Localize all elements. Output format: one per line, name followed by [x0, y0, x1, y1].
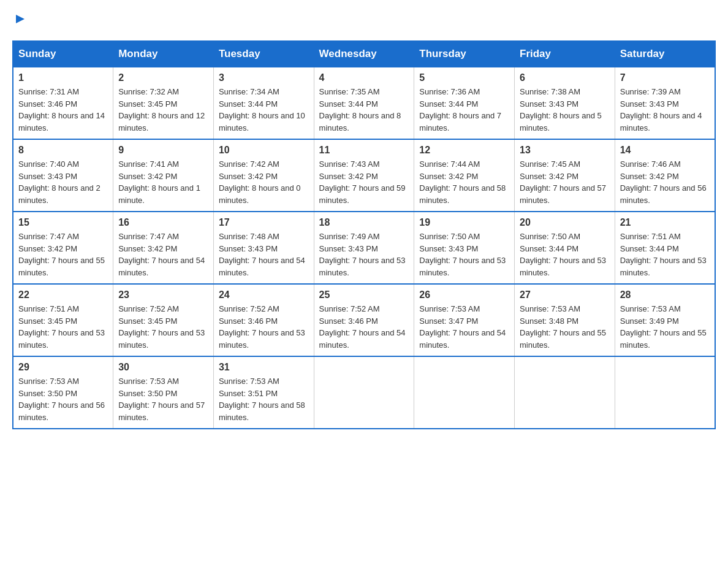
day-number: 24 — [219, 289, 309, 301]
day-number: 21 — [620, 217, 710, 228]
calendar-cell: 4 Sunrise: 7:35 AM Sunset: 3:44 PM Dayli… — [314, 67, 414, 139]
calendar-cell: 31 Sunrise: 7:53 AM Sunset: 3:51 PM Dayl… — [213, 356, 314, 429]
day-number: 25 — [319, 289, 409, 301]
day-info: Sunrise: 7:47 AM Sunset: 3:42 PM Dayligh… — [118, 231, 208, 278]
day-info: Sunrise: 7:42 AM Sunset: 3:42 PM Dayligh… — [219, 158, 309, 206]
calendar-cell: 5 Sunrise: 7:36 AM Sunset: 3:44 PM Dayli… — [414, 67, 515, 139]
page-header — [12, 12, 716, 28]
logo — [12, 12, 27, 28]
weekday-header-sunday: Sunday — [13, 41, 113, 67]
day-number: 22 — [18, 289, 108, 301]
day-info: Sunrise: 7:53 AM Sunset: 3:48 PM Dayligh… — [520, 303, 610, 351]
calendar-cell: 29 Sunrise: 7:53 AM Sunset: 3:50 PM Dayl… — [13, 356, 113, 429]
day-info: Sunrise: 7:48 AM Sunset: 3:43 PM Dayligh… — [219, 231, 309, 278]
weekday-header-thursday: Thursday — [414, 41, 515, 67]
day-number: 31 — [219, 362, 309, 373]
day-info: Sunrise: 7:39 AM Sunset: 3:43 PM Dayligh… — [620, 86, 710, 134]
day-number: 11 — [319, 145, 409, 156]
week-row-5: 29 Sunrise: 7:53 AM Sunset: 3:50 PM Dayl… — [13, 356, 715, 429]
calendar-cell: 6 Sunrise: 7:38 AM Sunset: 3:43 PM Dayli… — [515, 67, 615, 139]
weekday-header-wednesday: Wednesday — [314, 41, 414, 67]
calendar-cell — [414, 356, 515, 429]
day-number: 7 — [620, 72, 710, 83]
day-info: Sunrise: 7:44 AM Sunset: 3:42 PM Dayligh… — [419, 158, 509, 206]
day-number: 6 — [520, 72, 610, 83]
svg-marker-0 — [16, 15, 25, 23]
calendar-cell: 16 Sunrise: 7:47 AM Sunset: 3:42 PM Dayl… — [113, 212, 214, 284]
weekday-header-monday: Monday — [113, 41, 214, 67]
day-info: Sunrise: 7:32 AM Sunset: 3:45 PM Dayligh… — [118, 86, 208, 134]
day-info: Sunrise: 7:53 AM Sunset: 3:49 PM Dayligh… — [620, 303, 710, 351]
day-number: 18 — [319, 217, 409, 228]
day-number: 9 — [118, 145, 208, 156]
day-info: Sunrise: 7:45 AM Sunset: 3:42 PM Dayligh… — [520, 158, 610, 206]
day-number: 26 — [419, 289, 509, 301]
calendar-cell: 30 Sunrise: 7:53 AM Sunset: 3:50 PM Dayl… — [113, 356, 214, 429]
day-info: Sunrise: 7:35 AM Sunset: 3:44 PM Dayligh… — [319, 86, 409, 134]
day-info: Sunrise: 7:52 AM Sunset: 3:45 PM Dayligh… — [118, 303, 208, 351]
day-number: 28 — [620, 289, 710, 301]
day-info: Sunrise: 7:46 AM Sunset: 3:42 PM Dayligh… — [620, 158, 710, 206]
logo-arrow-icon — [13, 12, 27, 28]
day-info: Sunrise: 7:36 AM Sunset: 3:44 PM Dayligh… — [419, 86, 509, 134]
day-info: Sunrise: 7:38 AM Sunset: 3:43 PM Dayligh… — [520, 86, 610, 134]
day-number: 14 — [620, 145, 710, 156]
week-row-3: 15 Sunrise: 7:47 AM Sunset: 3:42 PM Dayl… — [13, 212, 715, 284]
calendar-cell — [615, 356, 715, 429]
day-number: 30 — [118, 362, 208, 373]
calendar-cell: 15 Sunrise: 7:47 AM Sunset: 3:42 PM Dayl… — [13, 212, 113, 284]
day-number: 27 — [520, 289, 610, 301]
calendar-cell: 25 Sunrise: 7:52 AM Sunset: 3:46 PM Dayl… — [314, 284, 414, 356]
calendar-table: SundayMondayTuesdayWednesdayThursdayFrid… — [12, 40, 716, 429]
calendar-cell: 10 Sunrise: 7:42 AM Sunset: 3:42 PM Dayl… — [213, 139, 314, 212]
day-number: 10 — [219, 145, 309, 156]
day-info: Sunrise: 7:34 AM Sunset: 3:44 PM Dayligh… — [219, 86, 309, 134]
calendar-cell: 26 Sunrise: 7:53 AM Sunset: 3:47 PM Dayl… — [414, 284, 515, 356]
calendar-cell: 12 Sunrise: 7:44 AM Sunset: 3:42 PM Dayl… — [414, 139, 515, 212]
calendar-cell: 11 Sunrise: 7:43 AM Sunset: 3:42 PM Dayl… — [314, 139, 414, 212]
day-info: Sunrise: 7:49 AM Sunset: 3:43 PM Dayligh… — [319, 231, 409, 278]
day-info: Sunrise: 7:52 AM Sunset: 3:46 PM Dayligh… — [219, 303, 309, 351]
calendar-cell: 23 Sunrise: 7:52 AM Sunset: 3:45 PM Dayl… — [113, 284, 214, 356]
day-number: 12 — [419, 145, 509, 156]
day-number: 4 — [319, 72, 409, 83]
weekday-header-tuesday: Tuesday — [213, 41, 314, 67]
day-info: Sunrise: 7:50 AM Sunset: 3:43 PM Dayligh… — [419, 231, 509, 278]
calendar-cell: 9 Sunrise: 7:41 AM Sunset: 3:42 PM Dayli… — [113, 139, 214, 212]
calendar-cell: 22 Sunrise: 7:51 AM Sunset: 3:45 PM Dayl… — [13, 284, 113, 356]
calendar-cell — [314, 356, 414, 429]
day-number: 1 — [18, 72, 108, 83]
day-number: 23 — [118, 289, 208, 301]
day-info: Sunrise: 7:50 AM Sunset: 3:44 PM Dayligh… — [520, 231, 610, 278]
calendar-cell: 27 Sunrise: 7:53 AM Sunset: 3:48 PM Dayl… — [515, 284, 615, 356]
day-number: 2 — [118, 72, 208, 83]
day-number: 20 — [520, 217, 610, 228]
day-number: 13 — [520, 145, 610, 156]
calendar-cell: 24 Sunrise: 7:52 AM Sunset: 3:46 PM Dayl… — [213, 284, 314, 356]
calendar-cell: 1 Sunrise: 7:31 AM Sunset: 3:46 PM Dayli… — [13, 67, 113, 139]
calendar-cell: 14 Sunrise: 7:46 AM Sunset: 3:42 PM Dayl… — [615, 139, 715, 212]
calendar-cell: 17 Sunrise: 7:48 AM Sunset: 3:43 PM Dayl… — [213, 212, 314, 284]
day-info: Sunrise: 7:40 AM Sunset: 3:43 PM Dayligh… — [18, 158, 108, 206]
day-number: 3 — [219, 72, 309, 83]
day-number: 29 — [18, 362, 108, 373]
calendar-cell: 20 Sunrise: 7:50 AM Sunset: 3:44 PM Dayl… — [515, 212, 615, 284]
day-info: Sunrise: 7:53 AM Sunset: 3:50 PM Dayligh… — [118, 375, 208, 423]
day-info: Sunrise: 7:31 AM Sunset: 3:46 PM Dayligh… — [18, 86, 108, 134]
calendar-cell: 2 Sunrise: 7:32 AM Sunset: 3:45 PM Dayli… — [113, 67, 214, 139]
calendar-cell: 3 Sunrise: 7:34 AM Sunset: 3:44 PM Dayli… — [213, 67, 314, 139]
calendar-cell: 21 Sunrise: 7:51 AM Sunset: 3:44 PM Dayl… — [615, 212, 715, 284]
day-number: 17 — [219, 217, 309, 228]
calendar-cell: 19 Sunrise: 7:50 AM Sunset: 3:43 PM Dayl… — [414, 212, 515, 284]
week-row-2: 8 Sunrise: 7:40 AM Sunset: 3:43 PM Dayli… — [13, 139, 715, 212]
week-row-1: 1 Sunrise: 7:31 AM Sunset: 3:46 PM Dayli… — [13, 67, 715, 139]
calendar-cell: 8 Sunrise: 7:40 AM Sunset: 3:43 PM Dayli… — [13, 139, 113, 212]
day-info: Sunrise: 7:51 AM Sunset: 3:45 PM Dayligh… — [18, 303, 108, 351]
day-number: 8 — [18, 145, 108, 156]
calendar-cell — [515, 356, 615, 429]
day-info: Sunrise: 7:51 AM Sunset: 3:44 PM Dayligh… — [620, 231, 710, 278]
weekday-header-row: SundayMondayTuesdayWednesdayThursdayFrid… — [13, 41, 715, 67]
calendar-cell: 18 Sunrise: 7:49 AM Sunset: 3:43 PM Dayl… — [314, 212, 414, 284]
day-number: 5 — [419, 72, 509, 83]
day-number: 15 — [18, 217, 108, 228]
